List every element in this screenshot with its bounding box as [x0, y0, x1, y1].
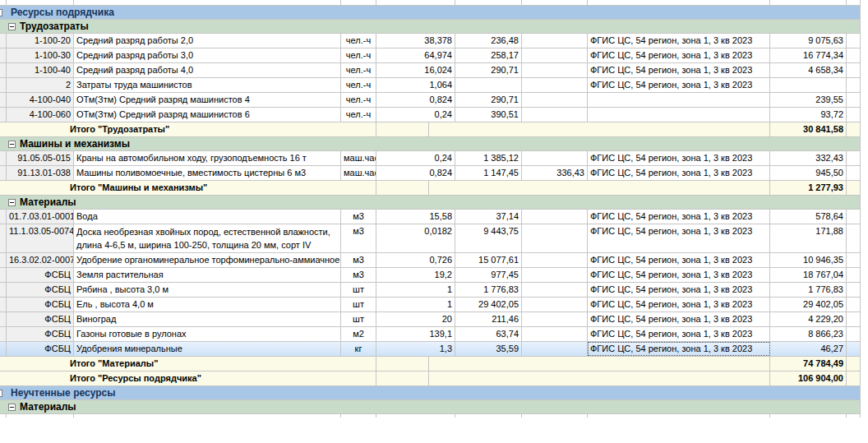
section-header-row[interactable]: Ресурсы подрядчика: [0, 6, 861, 20]
row-margin[interactable]: [0, 312, 7, 326]
tail-cell[interactable]: [847, 268, 861, 282]
tail-cell[interactable]: [847, 357, 861, 371]
code-cell[interactable]: ФСБЦ: [7, 327, 74, 341]
tail-cell[interactable]: [847, 342, 861, 356]
basis-cell[interactable]: ФГИС ЦС, 54 регион, зона 1, 3 кв 2023: [588, 210, 770, 224]
unit-cell[interactable]: м3: [341, 253, 376, 267]
price-cell[interactable]: 1 147,45: [455, 166, 522, 180]
code-cell[interactable]: 91.13.01-038: [7, 166, 74, 180]
unit-cell[interactable]: маш.час: [341, 166, 376, 180]
quantity-cell[interactable]: 16,024: [376, 63, 455, 77]
price2-cell[interactable]: [522, 283, 588, 297]
total-cell[interactable]: 16 774,34: [770, 48, 847, 62]
row-margin[interactable]: [0, 63, 7, 77]
quantity-cell[interactable]: 0,824: [376, 93, 455, 107]
unit-cell[interactable]: шт: [341, 298, 376, 311]
total-value-cell[interactable]: 1 277,93: [770, 181, 847, 195]
tail-cell[interactable]: [847, 298, 861, 311]
section-header-row[interactable]: Материалы: [0, 196, 861, 210]
code-cell[interactable]: 01.7.03.01-0001: [7, 210, 74, 224]
name-cell[interactable]: Рябина , высота 3,0 м: [74, 283, 341, 297]
price-cell[interactable]: 211,46: [455, 312, 522, 326]
name-cell[interactable]: Виноград: [74, 312, 341, 326]
name-cell[interactable]: ОТм(Зтм) Средний разряд машинистов 6: [74, 108, 341, 122]
section-header-row[interactable]: Трудозатраты: [0, 20, 861, 34]
code-cell[interactable]: ФСБЦ: [7, 312, 74, 326]
unit-cell[interactable]: шт: [341, 283, 376, 297]
price-cell[interactable]: 63,74: [455, 327, 522, 341]
price2-cell[interactable]: [522, 48, 588, 62]
collapse-icon[interactable]: [8, 199, 16, 206]
row-margin[interactable]: [0, 268, 7, 282]
empty-cell[interactable]: [429, 122, 770, 136]
total-value-cell[interactable]: 106 904,00: [770, 371, 847, 385]
empty-cell[interactable]: [376, 181, 429, 195]
basis-cell[interactable]: ФГИС ЦС, 54 регион, зона 1, 3 кв 2023: [588, 312, 770, 326]
empty-cell[interactable]: [376, 371, 429, 385]
quantity-cell[interactable]: 0,24: [376, 151, 455, 165]
tail-cell[interactable]: [847, 312, 861, 326]
row-margin[interactable]: [0, 327, 7, 341]
name-cell[interactable]: Удобрение органоминеральное торфоминерал…: [74, 253, 341, 267]
basis-cell[interactable]: ФГИС ЦС, 54 регион, зона 1, 3 кв 2023: [588, 78, 770, 92]
code-cell[interactable]: 1-100-40: [7, 63, 74, 77]
table-row[interactable]: ФСБЦГазоны готовые в рулонахм2139,163,74…: [0, 327, 861, 342]
table-row[interactable]: 1-100-20Средний разряд работы 2,0чел.-ч3…: [0, 34, 861, 48]
price-cell[interactable]: 977,45: [455, 268, 522, 282]
price-cell[interactable]: 29 402,05: [455, 298, 522, 311]
row-margin[interactable]: [0, 93, 7, 107]
table-row[interactable]: ФСБЦЕль , высота 4,0 мшт129 402,05ФГИС Ц…: [0, 298, 861, 312]
unit-cell[interactable]: чел.-ч: [341, 34, 376, 48]
total-cell[interactable]: 171,88: [770, 224, 847, 252]
tail-cell[interactable]: [847, 327, 861, 341]
total-row[interactable]: Итого "Ресурсы подрядчика"106 904,00: [0, 371, 861, 386]
quantity-cell[interactable]: 1: [376, 298, 455, 311]
name-cell[interactable]: Газоны готовые в рулонах: [74, 327, 341, 341]
unit-cell[interactable]: м3: [341, 210, 376, 224]
unit-cell[interactable]: чел.-ч: [341, 93, 376, 107]
table-row[interactable]: 4-100-060ОТм(Зтм) Средний разряд машинис…: [0, 108, 861, 122]
name-cell[interactable]: Удобрения минеральные: [74, 342, 341, 356]
price2-cell[interactable]: [522, 253, 588, 267]
code-cell[interactable]: 4-100-040: [7, 93, 74, 107]
row-margin[interactable]: [0, 342, 7, 356]
tail-cell[interactable]: [847, 210, 861, 224]
table-row[interactable]: ФСБЦУдобрения минеральныекг1,335,59ФГИС …: [0, 342, 861, 357]
total-label-cell[interactable]: Итого "Трудозатраты": [0, 122, 376, 136]
basis-cell[interactable]: ФГИС ЦС, 54 регион, зона 1, 3 кв 2023: [588, 48, 770, 62]
tail-cell[interactable]: [847, 283, 861, 297]
price-cell[interactable]: [455, 78, 522, 92]
price-cell[interactable]: 15 077,61: [455, 253, 522, 267]
code-cell[interactable]: ФСБЦ: [7, 298, 74, 311]
total-row[interactable]: Итого "Трудозатраты"30 841,58: [0, 122, 861, 137]
total-cell[interactable]: 4 658,34: [770, 63, 847, 77]
tail-cell[interactable]: [847, 93, 861, 107]
code-cell[interactable]: 91.05.05-015: [7, 151, 74, 165]
collapse-icon[interactable]: [8, 23, 16, 30]
total-value-cell[interactable]: 30 841,58: [770, 122, 847, 136]
price2-cell[interactable]: [522, 268, 588, 282]
price-cell[interactable]: 236,48: [455, 34, 522, 48]
tail-cell[interactable]: [847, 181, 861, 195]
price-cell[interactable]: 1 776,83: [455, 283, 522, 297]
basis-cell[interactable]: ФГИС ЦС, 54 регион, зона 1, 3 кв 2023: [588, 327, 770, 341]
tail-cell[interactable]: [847, 371, 861, 385]
price-cell[interactable]: 258,17: [455, 48, 522, 62]
section-header-row[interactable]: Неучтенные ресурсы: [0, 386, 861, 400]
basis-cell[interactable]: ФГИС ЦС, 54 регион, зона 1, 3 кв 2023: [588, 151, 770, 165]
tail-cell[interactable]: [847, 48, 861, 62]
code-cell[interactable]: 11.1.03.05-0074: [7, 224, 74, 252]
price2-cell[interactable]: [522, 342, 588, 356]
total-cell[interactable]: 8 866,23: [770, 327, 847, 341]
unit-cell[interactable]: м2: [341, 327, 376, 341]
code-cell[interactable]: ФСБЦ: [7, 342, 74, 356]
tail-cell[interactable]: [847, 78, 861, 92]
collapse-icon[interactable]: [8, 141, 16, 148]
total-label-cell[interactable]: Итого "Машины и механизмы": [0, 181, 376, 195]
total-row[interactable]: Итого "Машины и механизмы"1 277,93: [0, 181, 861, 196]
unit-cell[interactable]: чел.-ч: [341, 108, 376, 122]
unit-cell[interactable]: м3: [341, 224, 376, 252]
price2-cell[interactable]: [522, 210, 588, 224]
unit-cell[interactable]: шт: [341, 312, 376, 326]
unit-cell[interactable]: чел.-ч: [341, 63, 376, 77]
